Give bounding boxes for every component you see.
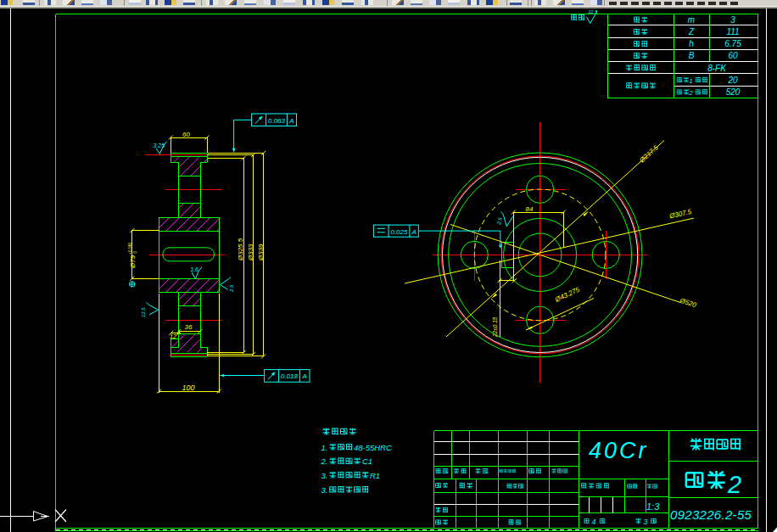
svg-text:1: 1 — [689, 77, 692, 85]
svg-text:100: 100 — [182, 384, 195, 392]
svg-text:0: 0 — [133, 251, 137, 254]
svg-text:Ø79: Ø79 — [129, 255, 137, 269]
svg-text:12.5: 12.5 — [589, 9, 599, 14]
svg-text:Ø307.5: Ø307.5 — [668, 208, 692, 221]
svg-text:Ø325.5: Ø325.5 — [237, 238, 244, 261]
svg-text:Z: Z — [688, 27, 695, 36]
svg-text:22±0.15: 22±0.15 — [492, 316, 498, 338]
svg-text:3.: 3. — [321, 471, 328, 480]
svg-text:2: 2 — [688, 89, 693, 97]
svg-text:Ø520: Ø520 — [678, 297, 697, 310]
svg-text:0.018: 0.018 — [281, 372, 299, 380]
svg-text:Ø339: Ø339 — [257, 244, 265, 261]
svg-text:Ø43.275: Ø43.275 — [553, 285, 581, 304]
svg-text:111: 111 — [726, 27, 739, 36]
svg-text:36: 36 — [185, 323, 193, 331]
svg-text:520: 520 — [726, 87, 741, 97]
svg-text:4: 4 — [592, 518, 596, 526]
svg-text:B: B — [689, 51, 695, 60]
svg-text:A: A — [302, 372, 307, 380]
svg-text:2: 2 — [727, 471, 741, 498]
svg-text:6.75: 6.75 — [724, 39, 741, 48]
svg-text:1:3: 1:3 — [646, 501, 660, 512]
svg-text:C1: C1 — [362, 456, 372, 466]
svg-text:2.: 2. — [321, 456, 328, 466]
svg-text:0923226.2-55: 0923226.2-55 — [670, 507, 752, 522]
svg-text:3: 3 — [730, 15, 735, 25]
svg-text:3.25: 3.25 — [154, 143, 165, 148]
svg-text:Ø217.5: Ø217.5 — [638, 143, 661, 165]
svg-text:8-FK: 8-FK — [707, 64, 727, 73]
svg-text:R1: R1 — [370, 471, 380, 480]
svg-text:A: A — [288, 117, 293, 125]
svg-text:Ø333: Ø333 — [247, 244, 254, 261]
svg-text:84: 84 — [526, 205, 534, 213]
svg-text:0.025: 0.025 — [390, 228, 408, 236]
svg-text:h: h — [689, 39, 694, 48]
svg-text:1.: 1. — [321, 443, 328, 452]
svg-text:3.: 3. — [321, 485, 328, 495]
svg-text:m: m — [688, 15, 695, 25]
svg-text:48-55HRC: 48-55HRC — [354, 443, 392, 452]
svg-text:40Cr: 40Cr — [589, 438, 649, 463]
svg-text:60: 60 — [182, 131, 190, 138]
svg-text:20: 20 — [727, 76, 738, 85]
svg-text:1.6: 1.6 — [191, 266, 198, 272]
svg-text:60: 60 — [728, 51, 738, 60]
svg-text:+0.046: +0.046 — [128, 243, 132, 255]
svg-text:12: 12 — [170, 333, 176, 339]
svg-text:12.5: 12.5 — [141, 307, 146, 317]
svg-text:A: A — [411, 228, 416, 236]
svg-text:0.063: 0.063 — [268, 117, 286, 125]
svg-text:3: 3 — [644, 518, 648, 526]
svg-text:2.5: 2.5 — [229, 284, 234, 293]
svg-text:2.5: 2.5 — [496, 216, 503, 226]
